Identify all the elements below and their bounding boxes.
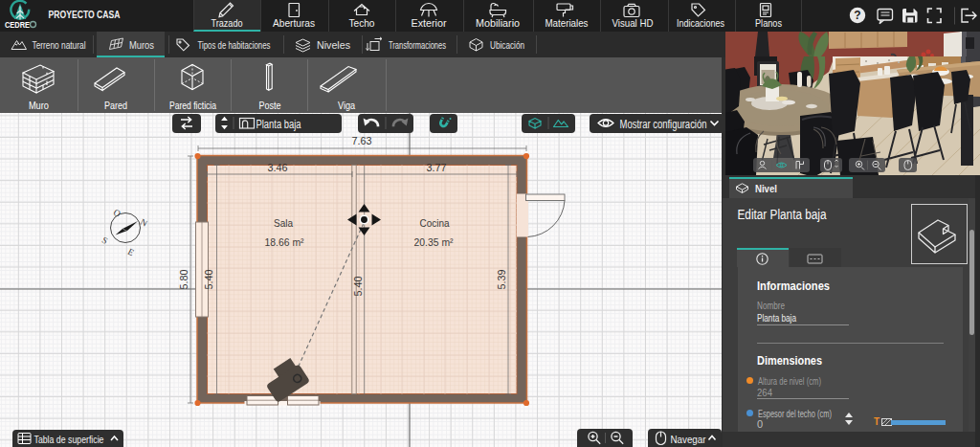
- svg-text:18.66 m²: 18.66 m²: [265, 236, 304, 248]
- svg-text:3.77: 3.77: [427, 162, 447, 173]
- svg-text:5.39: 5.39: [496, 269, 507, 289]
- svg-text:5.40: 5.40: [352, 276, 364, 296]
- svg-text:20.35 m²: 20.35 m²: [414, 236, 454, 248]
- svg-text:5.40: 5.40: [203, 269, 214, 289]
- svg-text:3.46: 3.46: [268, 162, 288, 173]
- svg-text:?: ?: [854, 9, 860, 22]
- svg-text:Cocina: Cocina: [420, 217, 450, 229]
- svg-text:S: S: [100, 235, 109, 246]
- svg-text:5.80: 5.80: [178, 269, 189, 289]
- svg-text:E: E: [126, 247, 136, 258]
- svg-text:O: O: [112, 208, 122, 219]
- svg-text:Sala: Sala: [274, 217, 293, 229]
- svg-text:7.63: 7.63: [352, 135, 372, 146]
